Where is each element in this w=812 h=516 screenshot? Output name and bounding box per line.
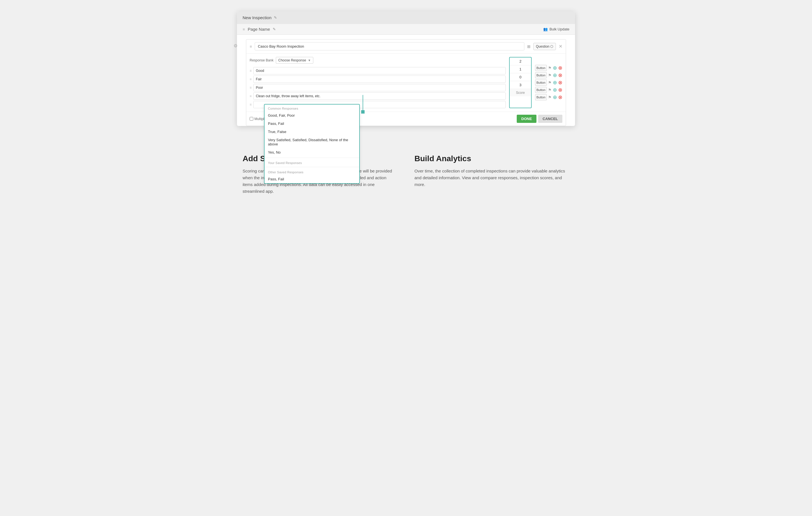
drag-handle-icon: ≡ xyxy=(242,27,245,32)
done-button[interactable]: DONE xyxy=(517,115,536,123)
response-bank-label: Response Bank xyxy=(250,58,273,62)
bulk-update-label: Bulk Update xyxy=(549,27,570,31)
page-name-area: ≡ Page Name ✎ xyxy=(242,27,276,32)
dropdown-item-5[interactable]: Yes, No xyxy=(265,148,359,156)
remove-icon-1[interactable]: ⊗ xyxy=(558,65,562,71)
flag-icon-5[interactable]: ⚑ xyxy=(548,95,552,99)
score-cell-2: 1 xyxy=(510,65,531,73)
dropdown-item-2[interactable]: Pass, Fail xyxy=(265,119,359,128)
dropdown-item-4[interactable]: Very Satisfied, Satisfied, Dissatisfied,… xyxy=(265,136,359,148)
response-section: Response Bank Choose Response ▼ ≡ xyxy=(246,54,566,112)
response-drag-handle: ≡ xyxy=(250,103,252,107)
remove-icon-3[interactable]: ⊗ xyxy=(558,80,562,86)
response-drag-handle: ≡ xyxy=(250,69,252,73)
response-input-1[interactable] xyxy=(253,67,506,75)
connector-dot xyxy=(361,110,365,114)
add-icon-4[interactable]: ⊕ xyxy=(553,87,557,93)
multiple-answers-checkbox[interactable] xyxy=(250,117,253,121)
other-responses-title: Other Saved Responses xyxy=(265,168,359,175)
response-drag-handle: ≡ xyxy=(250,86,252,90)
page-name-edit-icon[interactable]: ✎ xyxy=(273,27,276,31)
dropdown-item-3[interactable]: True, False xyxy=(265,128,359,136)
response-row: ≡ xyxy=(250,67,506,75)
page-toolbar: ≡ Page Name ✎ 👥 Bulk Update xyxy=(237,24,575,35)
dropdown-item-1[interactable]: Good, Fair, Poor xyxy=(265,111,359,119)
score-header-cell: Score xyxy=(510,89,531,96)
grid-icon: ⊞ xyxy=(527,44,530,49)
question-settings-icon[interactable]: ⚙ xyxy=(234,43,237,49)
remove-icon-4[interactable]: ⊗ xyxy=(558,87,562,93)
choose-response-dropdown[interactable]: Choose Response ▼ xyxy=(276,57,314,64)
app-title: New Inspection xyxy=(242,15,271,20)
response-drag-handle: ≡ xyxy=(250,94,252,98)
add-icon-5[interactable]: ⊕ xyxy=(553,94,557,100)
app-title-edit-icon[interactable]: ✎ xyxy=(274,16,277,20)
dropdown-divider-2 xyxy=(265,167,359,167)
response-rows: ≡ ≡ ≡ xyxy=(250,67,506,108)
analytics-feature-block: Build Analytics Over time, the collectio… xyxy=(414,154,570,195)
response-row: ≡ xyxy=(250,92,506,100)
response-bank-row: Response Bank Choose Response ▼ xyxy=(250,57,506,64)
remove-icon-5[interactable]: ⊗ xyxy=(558,94,562,100)
score-column: 2 1 0 3 Score xyxy=(509,57,532,108)
dropdown-divider-1 xyxy=(265,157,359,158)
common-responses-dropdown: Common Responses Good, Fair, Poor Pass, … xyxy=(264,104,360,184)
action-row-2: Button ⚑ ⊕ ⊗ xyxy=(535,72,562,78)
flag-icon-4[interactable]: ⚑ xyxy=(548,88,552,92)
choose-response-text: Choose Response xyxy=(279,58,306,62)
response-drag-handle: ≡ xyxy=(250,77,252,81)
flag-icon-1[interactable]: ⚑ xyxy=(548,66,552,70)
common-responses-title: Common Responses xyxy=(265,105,359,111)
score-cell-4: 3 xyxy=(510,81,531,89)
response-input-3[interactable] xyxy=(253,84,506,91)
app-header: New Inspection ✎ xyxy=(237,11,575,24)
response-input-4[interactable] xyxy=(253,92,506,100)
add-icon-3[interactable]: ⊕ xyxy=(553,80,557,86)
add-icon-2[interactable]: ⊕ xyxy=(553,72,557,78)
connector-line xyxy=(362,95,363,112)
score-cell-3: 0 xyxy=(510,73,531,81)
action-row-5: Button ⚑ ⊕ ⊗ xyxy=(535,94,562,100)
page-name-text: Page Name xyxy=(248,27,270,32)
action-row-1: Button ⚑ ⊕ ⊗ xyxy=(535,65,562,71)
bulk-update-icon: 👥 xyxy=(543,27,548,31)
dropdown-other-item-1[interactable]: Pass, Fail xyxy=(265,175,359,183)
app-panel: New Inspection ✎ ≡ Page Name ✎ 👥 Bulk Up… xyxy=(237,11,575,126)
score-cell-1: 2 xyxy=(510,57,531,65)
btn-type-select-4[interactable]: Button xyxy=(535,87,547,93)
action-row-3: Button ⚑ ⊕ ⊗ xyxy=(535,80,562,86)
footer-buttons: DONE CANCEL xyxy=(517,115,562,123)
question-type-select[interactable]: Question ⬡ xyxy=(533,43,556,50)
btn-type-select-1[interactable]: Button xyxy=(535,65,547,71)
response-row: ≡ xyxy=(250,84,506,91)
response-input-2[interactable] xyxy=(253,76,506,83)
question-header: ≡ ⊞ Question ⬡ ✕ xyxy=(246,39,566,54)
analytics-feature-desc: Over time, the collection of completed i… xyxy=(414,168,570,188)
analytics-feature-title: Build Analytics xyxy=(414,154,570,163)
dropdown-arrow-icon: ▼ xyxy=(308,59,311,62)
bulk-update-button[interactable]: 👥 Bulk Update xyxy=(543,27,570,31)
question-drag-handle: ≡ xyxy=(250,44,252,49)
remove-icon-2[interactable]: ⊗ xyxy=(558,72,562,78)
btn-type-select-5[interactable]: Button xyxy=(535,94,547,100)
cancel-button[interactable]: CANCEL xyxy=(538,115,562,123)
btn-type-select-3[interactable]: Button xyxy=(535,80,547,86)
btn-type-select-2[interactable]: Button xyxy=(535,72,547,78)
add-icon-1[interactable]: ⊕ xyxy=(553,65,557,71)
saved-responses-title: Your Saved Responses xyxy=(265,159,359,166)
question-title-input[interactable] xyxy=(255,42,524,51)
response-row: ≡ xyxy=(250,76,506,83)
page-wrapper: New Inspection ✎ ≡ Page Name ✎ 👥 Bulk Up… xyxy=(237,11,575,200)
action-column: Button ⚑ ⊕ ⊗ Button ⚑ ⊕ ⊗ xyxy=(535,57,562,108)
response-left: Response Bank Choose Response ▼ ≡ xyxy=(250,57,506,108)
flag-icon-2[interactable]: ⚑ xyxy=(548,73,552,78)
question-close-button[interactable]: ✕ xyxy=(559,44,562,49)
flag-icon-3[interactable]: ⚑ xyxy=(548,80,552,85)
action-row-4: Button ⚑ ⊕ ⊗ xyxy=(535,87,562,93)
